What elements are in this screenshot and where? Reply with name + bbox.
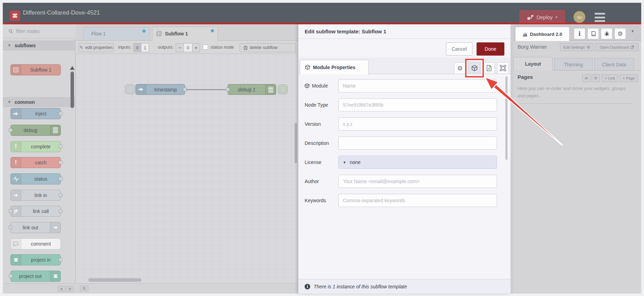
pages-expand-button[interactable] — [592, 74, 600, 82]
node-output-port — [59, 258, 63, 262]
deploy-button[interactable]: Deploy ▾ — [519, 10, 565, 24]
delete-subflow-button[interactable]: delete subflow — [240, 43, 296, 52]
palette-node-link-in[interactable]: link in — [10, 190, 61, 201]
tab-subflow-1[interactable]: Subflow 1 — [152, 27, 218, 41]
tab-client-data[interactable]: Client Data — [594, 58, 634, 71]
palette-scrollbar[interactable] — [71, 72, 74, 108]
sidebar-menu-caret-icon[interactable]: ▾ — [631, 28, 634, 34]
palette-node-comment[interactable]: comment — [10, 238, 61, 249]
module-properties-button[interactable] — [469, 62, 480, 74]
deploy-caret-icon[interactable]: ▾ — [555, 15, 558, 19]
palette-node-status[interactable]: status — [10, 173, 61, 184]
canvas-search-button[interactable] — [80, 286, 88, 291]
inputs-option-1[interactable]: 1 — [141, 43, 149, 52]
frame-selection-icon — [500, 65, 506, 71]
subflow-toolbar: ✎ edit properties inputs: 0 1 outputs: −… — [76, 41, 298, 54]
link-in-icon — [11, 190, 21, 200]
dashboard-instance-name: Borg Warner — [518, 41, 547, 53]
bar-chart-icon — [522, 32, 528, 36]
bug-icon — [604, 31, 610, 36]
outputs-count: 0 — [183, 43, 192, 52]
node-output-port — [59, 177, 63, 181]
outputs-decrease-button[interactable]: − — [176, 43, 184, 52]
canvas-node-debug-1[interactable]: debug 1 — [228, 84, 276, 95]
flow-canvas[interactable]: timestamp debug 1 — [76, 54, 298, 283]
palette-node-subflow-1[interactable]: Subflow 1 — [10, 64, 61, 75]
help-tab-button[interactable] — [587, 28, 599, 39]
search-icon — [8, 29, 13, 34]
status-node-checkbox[interactable] — [203, 44, 208, 50]
dialog-scrollbar[interactable] — [505, 76, 507, 160]
description-button[interactable] — [483, 62, 495, 74]
edit-properties-button[interactable]: ✎ edit properties — [79, 43, 114, 52]
pages-collapse-button[interactable] — [582, 74, 591, 82]
complete-icon: ! — [11, 141, 21, 152]
canvas-horizontal-scrollbar[interactable] — [88, 278, 141, 282]
node-output-port — [59, 193, 63, 197]
sidebar-resize-handle[interactable] — [511, 24, 513, 294]
add-page-button[interactable]: + Page — [620, 74, 638, 82]
tab-theming[interactable]: Theming — [554, 58, 593, 71]
version-input[interactable] — [338, 117, 497, 131]
author-input[interactable] — [338, 175, 497, 188]
canvas-node-timestamp[interactable]: timestamp — [135, 84, 185, 95]
palette-node-project-out[interactable]: project out — [10, 271, 61, 282]
field-label-keywords: Keywords — [305, 194, 339, 207]
node-type-input[interactable] — [338, 98, 497, 112]
field-label-description: Description — [305, 137, 339, 150]
palette-node-inject[interactable]: inject — [10, 108, 61, 119]
main-menu-button[interactable] — [595, 12, 605, 23]
inputs-option-0[interactable]: 0 — [133, 43, 141, 52]
palette-expand-all-button[interactable] — [66, 286, 74, 292]
instance-count-text: There is 1 instance of this subflow temp… — [314, 279, 407, 294]
description-input[interactable] — [338, 137, 497, 150]
open-dashboard-button[interactable]: Open Dashboard — [595, 43, 638, 51]
field-label-license: License — [305, 156, 339, 169]
palette-node-link-out[interactable]: link out — [10, 222, 61, 233]
palette-node-link-call[interactable]: link call — [10, 206, 61, 217]
node-settings-button[interactable]: ⚙ — [454, 62, 466, 74]
edit-settings-button[interactable]: Edit Settings ⚙ — [560, 43, 594, 51]
tab-layout[interactable]: Layout — [513, 57, 553, 71]
config-nodes-tab-button[interactable]: ⚙ — [614, 28, 626, 39]
palette-node-project-in[interactable]: project in — [10, 254, 61, 265]
palette-node-debug[interactable]: debug — [10, 125, 61, 136]
license-dropdown[interactable]: ▼ none — [338, 156, 497, 169]
node-input-port[interactable] — [226, 88, 230, 91]
palette-category-subflows[interactable]: ▼ subflows — [3, 41, 76, 50]
tab-flow-1[interactable]: Flow 1 — [83, 27, 149, 40]
catch-icon: ! — [11, 157, 21, 168]
chevron-down-icon: ▼ — [8, 98, 11, 107]
palette-search[interactable]: filter nodes — [3, 24, 76, 38]
module-input[interactable] — [338, 79, 497, 92]
palette-scroll-up-icon[interactable] — [70, 66, 75, 70]
field-label-version: Version — [305, 117, 339, 131]
chevron-down-icon: ▼ — [8, 41, 11, 50]
palette-category-common[interactable]: ▼ common — [3, 97, 76, 107]
search-icon — [82, 287, 86, 290]
palette-node-complete[interactable]: ! complete — [10, 141, 61, 152]
done-button[interactable]: Done — [477, 42, 504, 56]
node-palette: filter nodes ▼ subflows Subflow 1 ▼ comm… — [3, 24, 76, 294]
keywords-input[interactable] — [338, 194, 497, 207]
dashboard-info-row: Borg Warner Edit Settings ⚙ Open Dashboa… — [513, 41, 641, 53]
dialog-title: Edit subflow template: Subflow 1 — [305, 24, 386, 39]
outputs-increase-button[interactable]: + — [192, 43, 200, 52]
subflow-input-stub-node[interactable] — [125, 84, 135, 94]
palette-node-catch[interactable]: ! catch — [10, 157, 61, 168]
tab-dashboard-2[interactable]: Dashboard 2.0 — [515, 27, 570, 41]
appearance-button[interactable] — [497, 62, 509, 74]
canvas-vertical-scrollbar[interactable] — [295, 123, 297, 163]
add-link-button[interactable]: + Link — [602, 74, 618, 82]
debug-toggle-stub-node[interactable] — [278, 84, 288, 94]
tab-module-properties[interactable]: Module Properties — [300, 60, 369, 74]
cancel-button[interactable]: Cancel — [446, 42, 472, 56]
outputs-label: outputs: — [158, 41, 174, 54]
trash-icon — [243, 46, 248, 50]
info-tab-button[interactable]: i — [574, 28, 585, 39]
debug-tab-button[interactable] — [601, 28, 612, 39]
user-avatar[interactable]: su — [573, 11, 585, 23]
link-out-icon — [50, 222, 60, 233]
edit-subflow-dialog: Edit subflow template: Subflow 1 Cancel … — [298, 24, 511, 294]
palette-collapse-all-button[interactable] — [58, 286, 65, 292]
